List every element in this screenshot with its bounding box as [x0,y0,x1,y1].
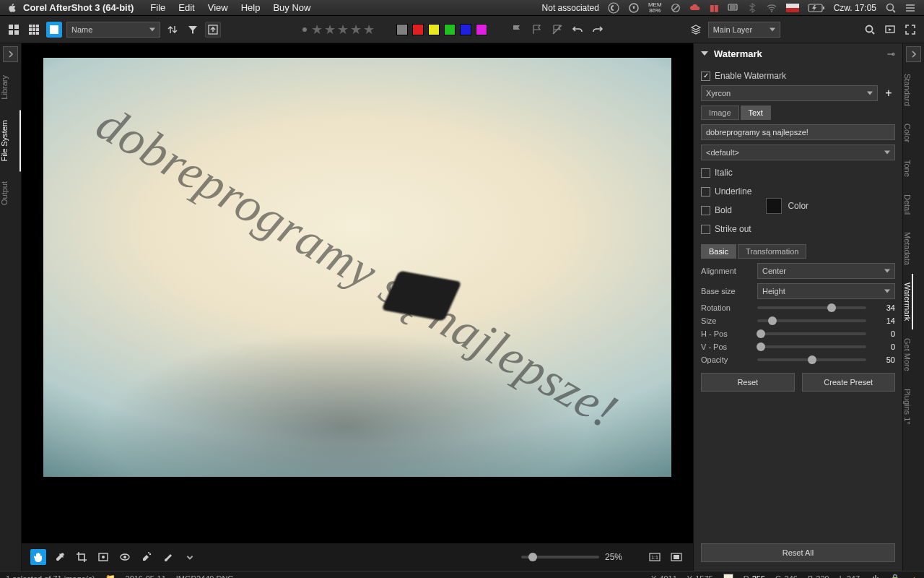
menu-buy-now[interactable]: Buy Now [273,2,310,13]
block-icon[interactable] [671,3,681,13]
view-single-icon[interactable] [46,22,62,38]
view-grid-small-icon[interactable] [26,22,42,38]
apple-icon[interactable] [7,3,17,13]
sort-dropdown[interactable]: Name [66,22,160,38]
layer-dropdown[interactable]: Main Layer [708,22,780,38]
histogram-icon[interactable] [870,573,880,579]
alignment-dropdown[interactable]: Center [757,263,895,279]
preset-dropdown[interactable]: Xyrcon [701,85,878,101]
crop-icon[interactable] [74,549,90,565]
undo-icon[interactable] [570,22,585,38]
subtab-image[interactable]: Image [701,105,739,120]
rating-stars[interactable]: ★ ★ ★ ★ ★ [302,22,375,38]
zoom-1to1-icon[interactable]: 1:1 [647,549,663,565]
menu-edit[interactable]: Edit [178,2,194,13]
left-tab-file-system[interactable]: File System [0,110,21,171]
search-icon[interactable] [862,22,878,38]
layers-icon[interactable] [688,22,704,38]
lock-icon[interactable]: 🔒 [890,574,900,578]
zoom-slider[interactable] [521,556,599,558]
clock[interactable]: Czw. 17:05 [834,3,876,13]
color-label-red[interactable] [412,24,424,35]
star-3-icon[interactable]: ★ [337,22,349,38]
pan-tool-icon[interactable] [30,549,46,565]
flag-reject-icon[interactable] [529,22,545,38]
sync-icon[interactable] [628,2,640,14]
color-label-yellow[interactable] [428,24,440,35]
color-label-magenta[interactable] [476,24,487,35]
watermark-text-input[interactable] [701,124,895,140]
cloud-icon[interactable] [689,2,701,14]
right-tab-getmore[interactable]: Get More [903,329,912,380]
italic-checkbox[interactable] [701,168,710,178]
star-4-icon[interactable]: ★ [350,22,362,38]
left-tab-library[interactable]: Library [0,65,21,110]
bluetooth-icon[interactable] [747,3,757,13]
rating-clear-icon[interactable] [302,27,307,32]
view-grid-large-icon[interactable] [6,22,22,38]
menu-file[interactable]: File [150,2,165,13]
strikeout-checkbox[interactable] [701,225,710,234]
rotation-slider[interactable] [757,306,866,309]
brush-icon[interactable] [160,549,176,565]
filter-icon[interactable] [185,22,201,38]
size-slider[interactable] [757,319,866,322]
panel-header[interactable]: Watermark ⊸ [694,43,902,64]
flag-pick-icon[interactable] [509,22,525,38]
export-icon[interactable] [205,22,221,38]
basesize-dropdown[interactable]: Height [757,283,895,299]
star-1-icon[interactable]: ★ [311,22,323,38]
add-preset-icon[interactable]: + [882,87,895,100]
sort-direction-icon[interactable] [165,22,180,38]
more-tools-icon[interactable] [182,549,198,565]
zoom-fit-icon[interactable] [668,549,684,565]
star-5-icon[interactable]: ★ [363,22,375,38]
spotlight-icon[interactable] [885,2,897,14]
left-expand-icon[interactable] [3,46,18,62]
flag-clear-icon[interactable] [549,22,565,38]
right-tab-watermark[interactable]: Watermark [903,274,913,329]
opacity-slider[interactable] [757,358,866,361]
display-icon[interactable] [727,2,738,14]
reset-all-button[interactable]: Reset All [701,543,895,562]
menu-view[interactable]: View [208,2,228,13]
redeye-icon[interactable] [117,549,133,565]
bold-checkbox[interactable] [701,206,710,215]
underline-checkbox[interactable] [701,187,710,197]
watermark-color-swatch[interactable] [766,198,782,214]
warning-icon[interactable]: ▲ [910,574,918,579]
subtab-basic[interactable]: Basic [701,244,736,259]
pause-icon[interactable]: ▮▮ [710,3,718,13]
create-preset-button[interactable]: Create Preset [802,373,896,392]
vpos-slider[interactable] [757,345,866,348]
subtab-transformation[interactable]: Transformation [738,244,807,259]
right-tab-tone[interactable]: Tone [903,151,912,186]
eyedropper-icon[interactable] [52,549,68,565]
right-tab-plugins[interactable]: Plugins 1* [903,380,912,434]
presentation-icon[interactable] [882,22,898,38]
right-tab-standard[interactable]: Standard [903,65,912,115]
star-2-icon[interactable]: ★ [324,22,336,38]
fullscreen-icon[interactable] [902,22,918,38]
folder-name[interactable]: 2016-05-11 [126,574,166,579]
color-label-grey[interactable] [396,24,408,35]
redo-icon[interactable] [590,22,606,38]
left-tab-output[interactable]: Output [0,171,21,215]
battery-icon[interactable] [808,3,825,13]
right-tab-color[interactable]: Color [903,115,912,151]
subtab-text[interactable]: Text [741,105,771,120]
enable-watermark-checkbox[interactable] [701,72,710,81]
menu-help[interactable]: Help [241,2,261,13]
right-tab-detail[interactable]: Detail [903,186,912,223]
flag-icon[interactable] [786,4,799,12]
pin-icon[interactable]: ⊸ [887,48,895,59]
heal-icon[interactable] [139,549,154,565]
straighten-icon[interactable] [95,549,111,565]
image-canvas[interactable]: dobreprogramy są najlepsze! [43,58,671,477]
wifi-icon[interactable] [766,2,777,14]
color-label-blue[interactable] [460,24,471,35]
reset-button[interactable]: Reset [701,373,795,392]
panel-collapse-icon[interactable] [701,51,708,56]
menu-icon[interactable] [905,2,917,14]
cc-icon[interactable] [608,2,619,14]
